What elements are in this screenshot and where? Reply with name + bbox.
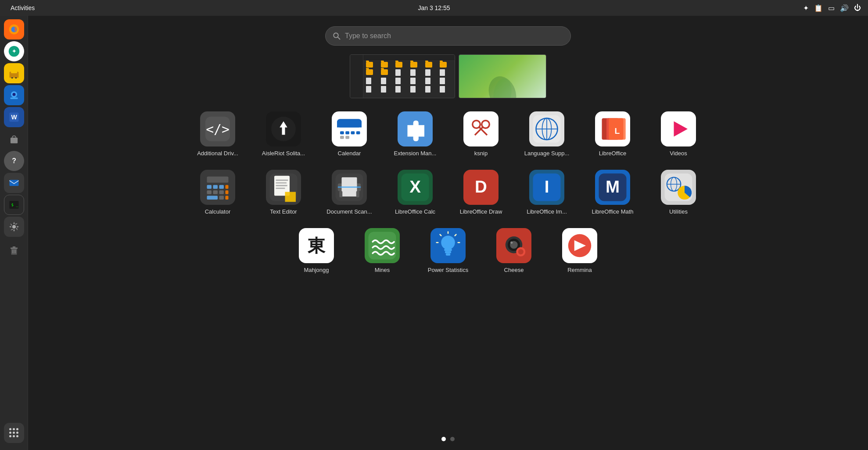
svg-rect-70 (207, 196, 218, 200)
app-calculator[interactable]: Calculator (194, 170, 242, 215)
sidebar-item-shopping[interactable] (4, 129, 24, 149)
svg-rect-67 (213, 190, 218, 194)
app-lbo-impress[interactable]: I LibreOffice Im... (523, 170, 571, 215)
svg-text:W: W (11, 114, 17, 121)
svg-rect-41 (345, 136, 349, 139)
svg-rect-72 (226, 196, 229, 200)
app-lbo-math[interactable]: M LibreOffice Math (588, 170, 637, 215)
sidebar-item-email[interactable] (4, 173, 24, 193)
topbar-datetime: Jan 3 12:55 (418, 4, 450, 11)
svg-rect-13 (10, 138, 17, 143)
app-document-scanner[interactable]: Document Scan... (325, 170, 373, 215)
app-lbo-draw[interactable]: D LibreOffice Draw (457, 170, 505, 215)
svg-rect-63 (213, 185, 218, 189)
sidebar-item-store[interactable] (4, 63, 24, 83)
search-placeholder: Type to search (345, 32, 391, 40)
svg-text:I: I (545, 177, 549, 196)
svg-rect-104 (444, 249, 452, 251)
svg-rect-106 (446, 254, 451, 256)
svg-point-7 (15, 77, 17, 79)
svg-text:M: M (606, 177, 620, 196)
volume-icon[interactable]: 🔊 (840, 4, 849, 12)
svg-text:✦: ✦ (12, 48, 16, 54)
svg-rect-68 (219, 190, 224, 194)
svg-text:$ _: $ _ (11, 203, 18, 207)
svg-rect-76 (276, 182, 287, 184)
sidebar: ✦ W ? $ _ (0, 16, 28, 450)
svg-rect-71 (219, 196, 224, 200)
activities-button[interactable]: Activities (7, 3, 38, 13)
sidebar-item-settings[interactable] (4, 217, 24, 237)
svg-rect-66 (207, 190, 212, 194)
svg-rect-85 (356, 191, 359, 197)
show-all-apps-button[interactable] (4, 423, 24, 443)
app-extension-manager[interactable]: Extension Man... (391, 111, 439, 157)
svg-point-19 (12, 225, 15, 229)
page-indicator-2[interactable] (450, 437, 455, 441)
extensions-icon[interactable]: ✦ (803, 4, 809, 12)
sidebar-item-webcam[interactable] (4, 85, 24, 105)
svg-rect-78 (276, 188, 285, 189)
app-additional-driv[interactable]: </> Additional Driv... (194, 111, 242, 157)
svg-rect-37 (345, 131, 349, 134)
svg-rect-105 (445, 251, 451, 253)
svg-text:東: 東 (308, 236, 326, 256)
svg-rect-10 (10, 97, 18, 99)
desktop-thumbnail[interactable] (459, 54, 546, 98)
svg-line-27 (338, 37, 340, 39)
svg-line-110 (440, 235, 441, 236)
svg-point-116 (510, 241, 513, 243)
power-icon[interactable]: ⏻ (854, 4, 861, 12)
svg-rect-84 (339, 191, 342, 197)
app-power-statistics[interactable]: Power Statistics (424, 228, 472, 273)
app-utilities[interactable]: Utilities (654, 170, 703, 215)
svg-marker-79 (285, 192, 296, 202)
search-icon (333, 32, 341, 40)
svg-rect-75 (276, 180, 288, 181)
app-calendar[interactable]: Calendar (325, 111, 373, 157)
svg-rect-21 (10, 248, 17, 249)
app-lbo-calc[interactable]: X LibreOffice Calc (391, 170, 439, 215)
svg-point-103 (441, 236, 455, 250)
sidebar-item-word[interactable]: W (4, 107, 24, 127)
apps-row-1: </> Additional Driv... AisleRiot Solita.… (194, 111, 703, 157)
clipboard-icon[interactable]: 📋 (814, 4, 823, 12)
main-content: Type to search (28, 16, 868, 450)
apps-row-2: Calculator Text Edit (194, 170, 703, 215)
apps-row-3: 東 Mahjongg Mines (292, 228, 604, 273)
topbar: Activities Jan 3 12:55 ✦ 📋 ▭ 🔊 ⏻ (0, 0, 868, 16)
topbar-system-icons: ✦ 📋 ▭ 🔊 ⏻ (803, 4, 861, 12)
svg-rect-40 (340, 136, 344, 139)
svg-text:L: L (615, 126, 620, 136)
app-cheese[interactable]: Cheese (490, 228, 538, 273)
svg-text:X: X (409, 177, 421, 196)
app-aisleriot-solitaire[interactable]: AisleRiot Solita... (259, 111, 308, 157)
app-language-support[interactable]: Language Supp... (523, 111, 571, 157)
svg-rect-61 (207, 177, 229, 183)
app-ksnip[interactable]: ksnip (457, 111, 505, 157)
app-libreoffice[interactable]: L LibreOffice (588, 111, 637, 157)
search-bar[interactable]: Type to search (325, 26, 571, 46)
svg-line-108 (455, 235, 456, 236)
page-indicators (441, 437, 455, 441)
svg-rect-64 (219, 185, 224, 189)
svg-rect-77 (276, 185, 287, 186)
file-manager-thumbnail[interactable] (350, 54, 455, 98)
app-videos[interactable]: Videos (654, 111, 703, 157)
svg-rect-83 (338, 186, 361, 188)
sidebar-item-help[interactable]: ? (4, 151, 24, 171)
search-wrapper: Type to search (325, 26, 571, 46)
svg-rect-16 (9, 180, 18, 186)
screen-icon[interactable]: ▭ (828, 4, 835, 12)
app-mines[interactable]: Mines (358, 228, 406, 273)
page-indicator-1[interactable] (441, 437, 446, 441)
sidebar-item-chatgpt[interactable]: ✦ (4, 41, 24, 61)
sidebar-item-trash[interactable] (4, 240, 24, 261)
sidebar-item-terminal[interactable]: $ _ (4, 195, 24, 215)
svg-rect-35 (337, 125, 362, 128)
sidebar-item-firefox[interactable] (4, 19, 24, 39)
app-remmina[interactable]: Remmina (556, 228, 604, 273)
svg-rect-69 (226, 190, 229, 194)
app-text-editor[interactable]: Text Editor (259, 170, 308, 215)
app-mahjongg[interactable]: 東 Mahjongg (292, 228, 341, 273)
